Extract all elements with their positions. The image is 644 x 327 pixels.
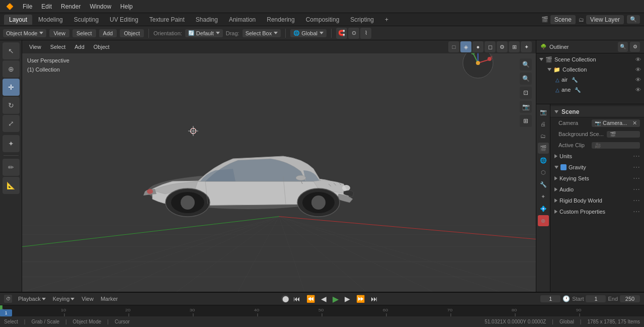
view-layer-name[interactable]: View Layer [586,15,624,24]
tool-select[interactable]: ↖ [3,42,20,59]
prop-tab-output[interactable]: 🖨 [538,118,549,129]
tab-compositing[interactable]: Compositing [301,15,345,25]
prop-tab-modifier[interactable]: 🔧 [538,179,549,190]
scene-collection-eye-icon[interactable]: 👁 [635,56,641,62]
viewport-rendered-shade-btn[interactable]: ● [472,41,484,52]
rigid-body-world-dot-menu[interactable]: ⋯ [633,197,640,205]
transform-dropdown[interactable]: 🌐 Global [290,29,327,37]
keying-sets-collapsible[interactable]: Keying Sets ⋯ [550,173,644,184]
viewport-zoom-in[interactable]: 🔍 [520,58,532,71]
current-frame-field[interactable]: 1 [540,295,560,302]
prop-tab-view-layer[interactable]: 🗂 [538,130,549,142]
viewport-material-shade-btn[interactable]: ◈ [460,41,471,52]
tool-rotate[interactable]: ↻ [3,97,20,114]
rigid-body-world-collapsible[interactable]: Rigid Body World ⋯ [550,195,644,206]
start-frame-field[interactable]: 1 [586,295,606,302]
viewport-frame-all[interactable]: ⊞ [520,115,532,127]
prev-frame-btn[interactable]: ◀ [319,295,329,303]
outliner-row-ane[interactable]: △ ane 🔧 👁 [536,85,644,95]
tool-measure[interactable]: 📐 [3,177,20,194]
tab-shading[interactable]: Shading [191,15,223,25]
extra-btn[interactable]: ⌇ [360,28,371,39]
outliner-row-collection[interactable]: 📁 Collection 👁 [536,64,644,75]
tab-rendering[interactable]: Rendering [262,15,299,25]
timeline-ruler[interactable]: 0 10 20 30 40 50 60 70 80 90 [0,305,644,316]
play-btn[interactable]: ▶ [331,294,341,304]
ane-eye-icon[interactable]: 👁 [635,87,641,93]
menu-render[interactable]: Render [57,2,85,11]
tool-transform[interactable]: ✦ [3,135,20,152]
menu-help[interactable]: Help [116,2,137,11]
tool-move[interactable]: ✛ [3,79,20,96]
menu-edit[interactable]: Edit [37,2,56,11]
tab-add[interactable]: + [380,15,393,25]
prop-tab-physics[interactable]: 💠 [538,203,549,214]
viewport-xray-btn[interactable]: ✦ [521,41,532,52]
tool-annotate[interactable]: ✏ [3,159,20,176]
add-menu[interactable]: Add [99,29,117,37]
viewport-canvas[interactable]: Y X Z [22,40,536,292]
camera-value[interactable]: 📷 Camera... ✕ [592,119,640,127]
gravity-collapsible[interactable]: Gravity ⋯ [550,162,644,173]
air-eye-icon[interactable]: 👁 [635,77,641,83]
background-scene-value[interactable]: 🎬 [607,131,640,138]
scene-name[interactable]: Scene [550,15,576,24]
outliner-row-air[interactable]: △ air 🔧 👁 [536,75,644,85]
custom-props-dot-menu[interactable]: ⋯ [633,208,640,216]
viewport-view-menu[interactable]: View [26,43,44,50]
custom-properties-collapsible[interactable]: Custom Properties ⋯ [550,206,644,217]
units-dot-menu[interactable]: ⋯ [633,152,640,160]
viewport-front-view[interactable]: ⊡ [520,87,532,99]
audio-collapsible[interactable]: Audio ⋯ [550,184,644,195]
menu-file[interactable]: File [19,2,36,11]
select-menu[interactable]: Select [72,29,96,37]
prop-tab-world[interactable]: 🌐 [538,155,549,166]
orientation-dropdown[interactable]: 🔄 Default [185,29,223,37]
outliner-search-btn[interactable]: 🔍 [618,42,628,52]
outliner-row-scene-collection[interactable]: 🎬 Scene Collection 👁 [536,54,644,64]
tab-animation[interactable]: Animation [224,15,261,25]
active-clip-value[interactable]: 🎥 [592,142,640,149]
jump-start-btn[interactable]: ⏮ [291,295,302,303]
end-frame-field[interactable]: 250 [620,295,640,302]
keying-sets-dot-menu[interactable]: ⋯ [633,174,640,182]
gravity-dot-menu[interactable]: ⋯ [633,163,640,171]
viewport-camera-view[interactable]: 📷 [520,101,532,113]
audio-dot-menu[interactable]: ⋯ [633,185,640,193]
timeline-keying-menu[interactable]: Keying [50,295,78,303]
view-menu[interactable]: View [49,29,69,37]
tab-modeling[interactable]: Modeling [33,15,68,25]
current-frame-tab[interactable]: 1 [0,309,12,316]
viewport-add-menu[interactable]: Add [71,43,88,50]
tab-layout[interactable]: Layout [4,15,32,25]
outliner-filter-btn[interactable]: ⚙ [630,42,640,52]
next-keyframe-btn[interactable]: ⏩ [354,295,367,303]
viewport-wireframe-shade-btn[interactable]: ◻ [485,41,496,52]
camera-close-btn[interactable]: ✕ [632,120,637,126]
prev-keyframe-btn[interactable]: ⏪ [304,295,317,303]
timeline-marker-menu[interactable]: Marker [98,295,121,303]
gravity-checkbox[interactable] [560,164,567,170]
prop-tab-render[interactable]: 📷 [538,106,549,117]
mode-dropdown[interactable]: Object Mode [3,29,46,37]
object-menu[interactable]: Object [120,29,144,37]
timeline-playback-menu[interactable]: Playback [15,295,49,303]
units-collapsible[interactable]: Units ⋯ [550,151,644,162]
viewport-zoom-out[interactable]: 🔍 [520,73,532,85]
viewport-overlay-btn[interactable]: ⊞ [509,41,520,52]
viewport-object-menu[interactable]: Object [91,43,113,50]
tab-scripting[interactable]: Scripting [345,15,379,25]
viewport-select-menu[interactable]: Select [47,43,69,50]
tool-cursor[interactable]: ⊕ [3,60,20,78]
blender-logo[interactable]: 🔶 [2,2,18,11]
tab-uv-editing[interactable]: UV Editing [105,15,143,25]
tab-texture-paint[interactable]: Texture Paint [144,15,190,25]
jump-end-btn[interactable]: ⏭ [369,295,380,303]
prop-tab-scene[interactable]: 🎬 [538,143,549,154]
keyframe-btn[interactable]: ⬤ [281,295,289,303]
prop-tab-object[interactable]: ⬡ [538,167,549,178]
viewport-solid-shade-btn[interactable]: □ [448,41,459,52]
viewport-extra-shade-btn[interactable]: ⚙ [497,41,508,52]
proportional-btn[interactable]: ⊙ [348,28,359,39]
collection-eye-icon[interactable]: 👁 [635,67,641,73]
